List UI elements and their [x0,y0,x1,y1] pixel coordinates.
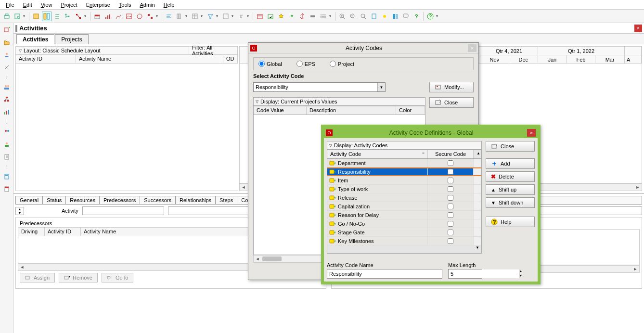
radio-eps[interactable]: EPS [296,61,315,67]
definition-row[interactable]: Department [327,159,481,167]
spinner-up[interactable]: ▲ [16,207,24,211]
layout-grid-icon[interactable] [31,12,41,21]
goto-button[interactable]: GoTo [102,273,133,282]
activity-field-1[interactable] [82,206,164,215]
definition-row[interactable]: Release [327,193,481,202]
add-icon[interactable]: + [2,25,12,35]
tab-activities[interactable]: Activities [16,34,54,44]
radio-global[interactable]: Global [258,61,282,67]
secure-checkbox[interactable] [448,178,453,183]
toolbar-dropdown-3[interactable]: ▾ [156,14,160,18]
secure-checkbox[interactable] [448,186,453,192]
definition-row[interactable]: Item [327,176,481,185]
remove-button[interactable]: Remove [59,273,98,282]
secure-checkbox[interactable] [448,160,453,166]
defs-add-button[interactable]: ＋Add [486,158,535,169]
roles-icon[interactable] [2,140,12,149]
schedule2-icon[interactable] [266,12,275,21]
close-codes-button[interactable]: Close [429,97,474,108]
print-icon[interactable] [2,12,12,21]
toolbar-dropdown-2[interactable]: ▾ [84,14,88,18]
col-pactid[interactable]: Activity ID [45,228,81,236]
align-icon[interactable] [164,12,174,21]
dd-cols[interactable]: ▾ [185,14,189,18]
dd-f[interactable]: ▾ [216,14,220,18]
tree-icon[interactable] [2,95,12,104]
defs-help-button[interactable]: ?Help [486,217,535,227]
defs-close-button[interactable]: Close [486,141,535,152]
columns-icon[interactable] [175,12,184,21]
zoom-fit-icon[interactable] [359,12,368,21]
col-secure-code[interactable]: Secure Code [428,150,474,158]
scroll-down-icon[interactable]: ▼ [474,245,481,253]
star-icon[interactable] [276,12,286,21]
doc-icon[interactable] [2,152,12,162]
chart4-icon[interactable] [145,12,155,21]
code-name-input[interactable] [327,269,442,279]
chart-icon[interactable] [2,107,12,117]
close-view-button[interactable]: × [634,25,642,32]
person-icon[interactable] [2,50,12,60]
layout-split-icon[interactable] [42,12,52,21]
menu-enterprise[interactable]: Enterprise [82,1,114,8]
resources-icon[interactable] [2,127,12,137]
combo-arrow-icon[interactable]: ▼ [377,83,385,91]
report-icon[interactable] [2,184,12,194]
link-icon[interactable] [74,12,83,21]
dd-l[interactable]: ▾ [329,14,333,18]
scroll-up-icon[interactable]: ▲ [474,150,481,158]
tab-successors[interactable]: Successors [140,196,176,204]
bars-icon[interactable] [103,12,113,21]
defs-delete-button[interactable]: ✖Delete [486,171,535,182]
print-preview-icon[interactable] [13,12,22,21]
list-icon[interactable] [319,12,328,21]
tab-steps[interactable]: Steps [216,196,237,204]
assign-button[interactable]: Assign [20,273,55,282]
col-od[interactable]: OD [223,55,238,63]
col-code-value[interactable]: Code Value [254,106,307,115]
menu-file[interactable]: File [2,1,18,8]
tab-general[interactable]: General [16,196,43,204]
display-toggle-icon-2[interactable]: ▽ [329,143,332,148]
toolbox-icon[interactable] [92,12,102,21]
secure-checkbox[interactable] [448,221,453,227]
filter-label[interactable]: Filter: All Activities [189,47,238,54]
menu-tools[interactable]: Tools [115,1,135,8]
menu-edit[interactable]: Edit [19,1,36,8]
secure-checkbox[interactable] [448,212,453,218]
hierarchy-icon[interactable] [63,12,73,21]
dd-h[interactable]: ▾ [247,14,251,18]
definition-row[interactable]: Reason for Delay [327,211,481,219]
definition-row[interactable]: Stage Gate [327,228,481,237]
group-icon[interactable] [221,12,231,21]
folder-icon[interactable] [2,38,12,47]
modify-button[interactable]: Modify... [429,82,474,92]
balloon-icon[interactable] [401,12,411,21]
col-driving[interactable]: Driving [18,228,45,236]
page-icon[interactable] [369,12,379,21]
definition-row[interactable]: Responsibility [327,167,481,176]
tool-icon[interactable]: ✦ [287,12,296,21]
secure-checkbox[interactable] [448,169,453,175]
radio-project[interactable]: Project [330,61,354,67]
menu-admin[interactable]: Admin [136,1,158,8]
zoom-out-icon[interactable] [348,12,358,21]
tab-predecessors[interactable]: Predecessors [100,196,140,204]
tab-resources[interactable]: Resources [66,196,100,204]
col-color[interactable]: Color [396,106,425,115]
dialog-defs-close-icon[interactable]: × [527,129,536,137]
tab-status[interactable]: Status [43,196,66,204]
dd-g[interactable]: ▾ [232,14,235,18]
cut-icon[interactable] [2,63,12,72]
dialog-codes-close-icon[interactable]: × [468,44,477,52]
menu-project[interactable]: Project [57,1,81,8]
definition-row[interactable]: Go / No-Go [327,219,481,228]
table-icon[interactable] [190,12,200,21]
help-small-icon[interactable]: ? [412,12,421,21]
secure-checkbox[interactable] [448,238,453,244]
sun-icon[interactable] [380,12,389,21]
expand-icon[interactable]: ▽ [19,49,22,53]
zoom-in-icon[interactable] [337,12,347,21]
definition-row[interactable]: Key Milestones [327,237,481,245]
filter-icon[interactable] [206,12,215,21]
